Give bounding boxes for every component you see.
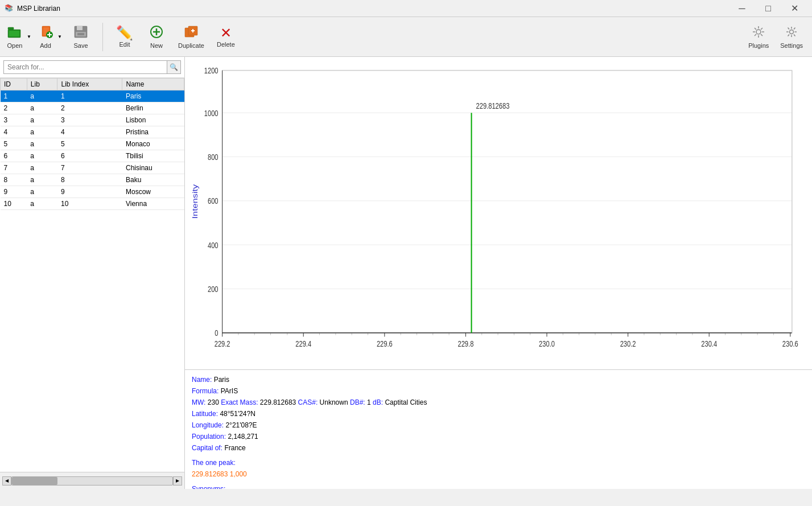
detail-latitude-line: Latitude: 48°51'24?N: [192, 409, 805, 419]
cell-id: 6: [1, 150, 27, 162]
open-dropdown-button[interactable]: ▼: [25, 20, 33, 54]
plugins-button[interactable]: Plugins: [744, 20, 773, 54]
cell-lib: a: [27, 102, 57, 114]
svg-line-34: [794, 34, 795, 36]
table-body: 1a1Paris2a2Berlin3a3Lisbon4a4Pristina5a5…: [1, 90, 184, 210]
svg-text:230.6: 230.6: [782, 339, 798, 349]
detail-dbi-label: dB:: [373, 398, 385, 406]
add-icon: [38, 25, 53, 41]
svg-text:Intensity: Intensity: [191, 184, 199, 219]
detail-synonyms-label-line: Synonyms:: [192, 484, 805, 489]
cell-lib_index: 5: [57, 138, 122, 150]
cell-id: 8: [1, 174, 27, 186]
cell-name: Lisbon: [122, 114, 184, 126]
spectrum-chart: 0 200 400 600 800 1000 1200: [191, 63, 801, 364]
svg-rect-11: [77, 33, 84, 35]
cell-name: Pristina: [122, 126, 184, 138]
detail-latitude-value: 48°51'24?N: [220, 410, 255, 418]
add-dropdown-button[interactable]: ▼: [56, 20, 64, 54]
delete-icon: ✕: [220, 26, 232, 40]
detail-peak-section-label: The one peak:: [192, 459, 236, 467]
cell-lib_index: 8: [57, 174, 122, 186]
detail-formula-value: PArIS: [221, 387, 238, 395]
open-icon: [7, 25, 23, 41]
table-row[interactable]: 2a2Berlin: [1, 102, 184, 114]
add-split-button: Add ▼: [35, 20, 64, 54]
svg-text:229.8: 229.8: [457, 339, 473, 349]
cell-id: 2: [1, 102, 27, 114]
settings-button[interactable]: Settings: [776, 20, 807, 54]
scroll-right-button[interactable]: ▶: [173, 476, 182, 486]
cell-id: 9: [1, 186, 27, 198]
svg-text:800: 800: [208, 152, 219, 162]
cell-name: Vienna: [122, 198, 184, 210]
scroll-left-button[interactable]: ◀: [2, 476, 11, 486]
maximize-button[interactable]: □: [755, 0, 781, 17]
cell-lib_index: 6: [57, 150, 122, 162]
horizontal-scrollbar[interactable]: ◀ ▶: [0, 472, 184, 489]
table-row[interactable]: 6a6Tbilisi: [1, 150, 184, 162]
detail-mw-line: MW: 230 Exact Mass: 229.812683 CAS#: Unk…: [192, 397, 805, 408]
cell-name: Tbilisi: [122, 150, 184, 162]
table-row[interactable]: 3a3Lisbon: [1, 114, 184, 126]
save-label: Save: [73, 42, 88, 49]
cell-lib_index: 9: [57, 186, 122, 198]
cell-name: Chisinau: [122, 162, 184, 174]
scrollbar-thumb[interactable]: [12, 477, 57, 485]
cell-lib_index: 3: [57, 114, 122, 126]
cell-lib: a: [27, 126, 57, 138]
close-button[interactable]: ✕: [781, 0, 807, 17]
new-icon: [149, 25, 164, 41]
table-row[interactable]: 8a8Baku: [1, 174, 184, 186]
delete-label: Delete: [217, 41, 235, 48]
table-row[interactable]: 9a9Moscow: [1, 186, 184, 198]
open-button[interactable]: Open: [5, 20, 25, 54]
detail-capital-label: Capital of:: [192, 444, 222, 452]
save-button[interactable]: Save: [66, 20, 96, 54]
new-button[interactable]: New: [142, 20, 171, 54]
svg-text:229.2: 229.2: [215, 339, 230, 349]
table-row[interactable]: 1a1Paris: [1, 90, 184, 102]
svg-text:229.812683: 229.812683: [476, 101, 510, 111]
search-bar: 🔍: [0, 57, 184, 78]
detail-exactmass-value: 229.812683: [260, 398, 296, 406]
delete-button[interactable]: ✕ Delete: [211, 20, 241, 54]
minimize-button[interactable]: ─: [729, 0, 755, 17]
cell-lib_index: 10: [57, 198, 122, 210]
settings-icon: [784, 25, 799, 41]
cell-id: 7: [1, 162, 27, 174]
separator-1: [102, 23, 103, 51]
svg-line-25: [761, 34, 762, 36]
svg-line-26: [761, 28, 762, 30]
duplicate-button[interactable]: Duplicate: [174, 20, 209, 54]
detail-mw-value: 230: [208, 398, 219, 406]
search-button[interactable]: 🔍: [167, 60, 181, 74]
svg-text:230.4: 230.4: [701, 339, 717, 349]
cell-lib: a: [27, 150, 57, 162]
open-split-button: Open ▼: [5, 20, 33, 54]
add-button[interactable]: Add: [35, 20, 56, 54]
scrollbar-track[interactable]: [11, 476, 173, 486]
detail-peak-data: 229.812683 1,000: [192, 470, 247, 478]
cell-id: 5: [1, 138, 27, 150]
cell-lib_index: 1: [57, 90, 122, 102]
table-row[interactable]: 7a7Chisinau: [1, 162, 184, 174]
svg-text:0: 0: [215, 328, 218, 338]
edit-icon: ✏️: [116, 26, 133, 40]
edit-button[interactable]: ✏️ Edit: [110, 20, 139, 54]
cell-lib: a: [27, 186, 57, 198]
detail-population-line: Population: 2,148,271: [192, 431, 805, 442]
main-content: 🔍 ID Lib Lib Index Name 1a1Paris2a2Berli…: [0, 57, 812, 489]
col-name: Name: [122, 79, 184, 90]
table-row[interactable]: 5a5Monaco: [1, 138, 184, 150]
detail-population-value: 2,148,271: [228, 433, 258, 441]
search-input[interactable]: [3, 60, 167, 74]
detail-dbi-value: Captital Cities: [385, 398, 427, 406]
detail-formula-label: Formula:: [192, 387, 219, 395]
table-row[interactable]: 4a4Pristina: [1, 126, 184, 138]
table-row[interactable]: 10a10Vienna: [1, 198, 184, 210]
table-wrapper[interactable]: ID Lib Lib Index Name 1a1Paris2a2Berlin3…: [0, 78, 184, 472]
detail-synonyms-label: Synonyms:: [192, 485, 225, 489]
cell-name: Monaco: [122, 138, 184, 150]
detail-capital-value: France: [224, 444, 245, 452]
